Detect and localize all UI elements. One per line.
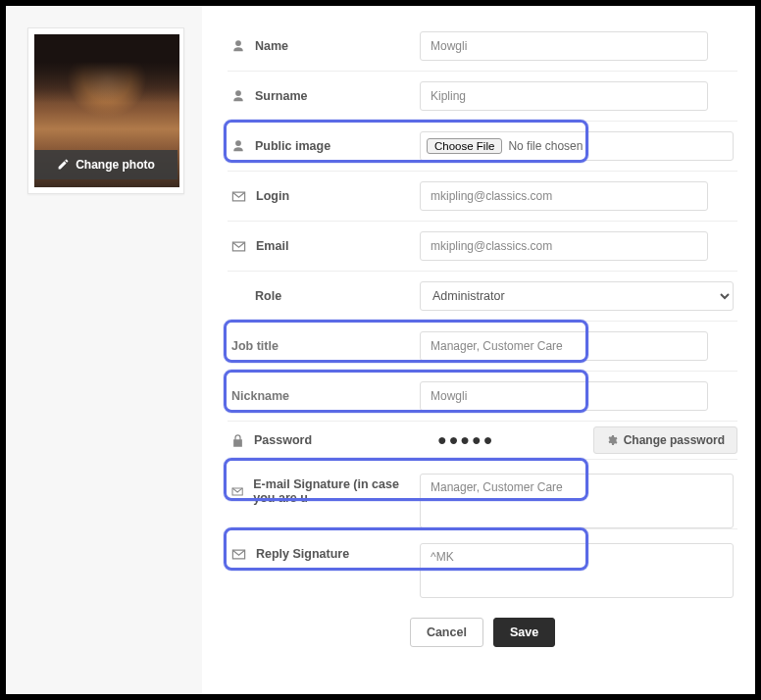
mail-icon [231, 549, 246, 560]
file-status-text: No file chosen [508, 139, 583, 153]
row-public-image: Public image Choose File No file chosen [228, 122, 737, 172]
change-password-label: Change password [624, 433, 725, 447]
row-password: Password ●●●●● Change password [228, 422, 737, 460]
password-label-text: Password [254, 433, 312, 447]
email-signature-textarea[interactable]: Manager, Customer Care [420, 474, 734, 528]
row-login: Login [228, 172, 737, 222]
field-login [420, 181, 734, 211]
name-input[interactable] [420, 31, 708, 61]
person-icon [231, 89, 245, 103]
gear-icon [606, 434, 618, 446]
public-image-label-text: Public image [255, 139, 330, 153]
field-nickname [420, 381, 734, 411]
cancel-button[interactable]: Cancel [410, 618, 483, 647]
pencil-icon [57, 158, 70, 171]
label-public-image: Public image [231, 139, 420, 153]
row-email: Email [228, 222, 737, 272]
field-job-title [420, 331, 734, 361]
field-email-signature: Manager, Customer Care [420, 474, 734, 528]
profile-photo-card: Change photo [27, 27, 184, 194]
label-nickname: Nickname [231, 389, 420, 403]
password-masked: ●●●●● [420, 431, 494, 449]
field-surname [420, 81, 734, 111]
label-password: Password [231, 433, 420, 448]
change-photo-label: Change photo [76, 158, 155, 172]
row-surname: Surname [228, 72, 737, 122]
main-form: Name Surname Public image C [210, 6, 755, 694]
lock-icon [231, 433, 244, 448]
label-email-signature: E-mail Signature (in case you are u [231, 474, 420, 505]
nickname-input[interactable] [420, 381, 708, 411]
login-input[interactable] [420, 181, 708, 211]
name-label-text: Name [255, 39, 288, 53]
login-label-text: Login [256, 189, 289, 203]
label-role: Role [231, 289, 420, 303]
person-icon [231, 139, 245, 153]
mail-icon [231, 486, 243, 497]
label-login: Login [231, 189, 420, 203]
job-title-input[interactable] [420, 331, 708, 361]
label-reply-signature: Reply Signature [231, 543, 420, 561]
choose-file-button[interactable]: Choose File [427, 138, 502, 154]
person-icon [231, 39, 245, 53]
sidebar: Change photo [6, 6, 202, 694]
row-nickname: Nickname [228, 372, 737, 422]
save-button[interactable]: Save [493, 618, 555, 647]
email-label-text: Email [256, 239, 288, 253]
field-role: Administrator [420, 281, 734, 311]
mail-icon [231, 191, 246, 202]
role-select[interactable]: Administrator [420, 281, 734, 311]
field-reply-signature: ^MK [420, 543, 734, 598]
label-email: Email [231, 239, 420, 253]
reply-signature-textarea[interactable]: ^MK [420, 543, 734, 598]
role-label-text: Role [255, 289, 281, 303]
job-title-label-text: Job title [231, 339, 279, 353]
change-photo-button[interactable]: Change photo [34, 150, 178, 179]
row-reply-signature: Reply Signature ^MK [228, 529, 737, 598]
field-email [420, 231, 734, 261]
label-surname: Surname [231, 89, 420, 103]
field-name [420, 31, 734, 61]
mail-icon [231, 241, 246, 252]
row-role: Role Administrator [228, 272, 737, 322]
email-input[interactable] [420, 231, 708, 261]
nickname-label-text: Nickname [231, 389, 289, 403]
change-password-button[interactable]: Change password [593, 426, 737, 454]
footer-actions: Cancel Save [228, 598, 737, 661]
row-job-title: Job title [228, 322, 737, 372]
label-job-title: Job title [231, 339, 420, 353]
field-public-image: Choose File No file chosen [420, 131, 734, 161]
surname-input[interactable] [420, 81, 708, 111]
app-window: Change photo Name Surname [0, 0, 761, 700]
row-name: Name [228, 22, 737, 72]
email-signature-label-text: E-mail Signature (in case you are u [253, 477, 420, 505]
surname-label-text: Surname [255, 89, 308, 103]
file-input-wrap: Choose File No file chosen [420, 131, 734, 161]
row-email-signature: E-mail Signature (in case you are u Mana… [228, 460, 737, 529]
label-name: Name [231, 39, 420, 53]
reply-signature-label-text: Reply Signature [256, 547, 349, 561]
